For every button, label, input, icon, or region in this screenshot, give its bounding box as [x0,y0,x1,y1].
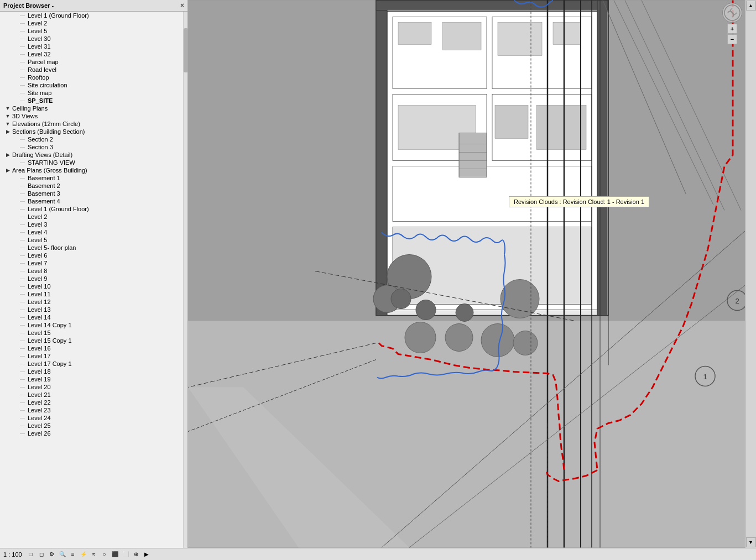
tree-item-area-level2[interactable]: —Level 2 [0,213,183,221]
tree-item-level32[interactable]: —Level 32 [0,50,183,58]
expand-icon-area-level20[interactable] [13,384,20,390]
expand-icon-section2[interactable] [13,136,20,143]
expand-icon-area-level13[interactable] [13,306,20,313]
tree-item-area-level6[interactable]: —Level 6 [0,252,183,259]
tree-item-area-level5[interactable]: —Level 5 [0,236,183,244]
tree-item-3d-views[interactable]: ▼3D Views [0,112,183,120]
tree-item-area-level15[interactable]: —Level 15 [0,329,183,337]
tree-item-area-level4[interactable]: —Level 4 [0,228,183,236]
tree-item-area-level5-fp[interactable]: —Level 5- floor plan [0,244,183,252]
expand-icon-area-level23[interactable] [13,407,20,414]
status-icon-add[interactable]: ⊕ [132,550,140,559]
tree-item-area-level8[interactable]: —Level 8 [0,267,183,275]
sidebar-scrollbar[interactable] [183,12,187,548]
expand-icon-area-level6[interactable] [13,252,20,259]
tree-item-sections[interactable]: ▶Sections (Building Section) [0,128,183,135]
expand-icon-sp-site[interactable] [13,97,20,104]
status-icon-circle[interactable]: ○ [100,550,109,559]
expand-icon-area-level17-copy1[interactable] [13,360,20,367]
view-scrollbar[interactable]: ▲ ▼ [745,0,756,548]
tree-item-area-level22[interactable]: —Level 22 [0,399,183,406]
tree-item-site-circ[interactable]: —Site circulation [0,81,183,89]
expand-icon-area-level11[interactable] [13,291,20,297]
tree-item-area-level11[interactable]: —Level 11 [0,290,183,298]
tree-item-basement2[interactable]: —Basement 2 [0,182,183,190]
expand-icon-site-circ[interactable] [13,82,20,88]
expand-icon-area-level21[interactable] [13,391,20,398]
tree-item-area-level26[interactable]: —Level 26 [0,430,183,437]
zoom-in-button[interactable]: + [727,24,737,34]
expand-icon-area-level10[interactable] [13,283,20,290]
expand-icon-parcel-map[interactable] [13,59,20,65]
tree-item-area-level19[interactable]: —Level 19 [0,375,183,383]
expand-icon-area-level4[interactable] [13,229,20,235]
tree-item-ceiling-plans[interactable]: ▼Ceiling Plans [0,104,183,112]
expand-icon-area-level2[interactable] [13,213,20,220]
expand-icon-area-level22[interactable] [13,399,20,406]
tree-item-area-level9[interactable]: —Level 9 [0,275,183,282]
expand-icon-level30[interactable] [13,35,20,42]
expand-icon-area-level18[interactable] [13,368,20,375]
expand-icon-area-level14-copy1[interactable] [13,322,20,328]
expand-icon-rooftop[interactable] [13,74,20,81]
close-button[interactable]: × [180,2,184,9]
tree-item-elevations[interactable]: ▼Elevations (12mm Circle) [0,120,183,128]
tree-item-rooftop[interactable]: —Rooftop [0,74,183,81]
status-icon-search[interactable]: 🔍 [58,550,67,559]
expand-icon-area-level5[interactable] [13,237,20,243]
expand-icon-section3[interactable] [13,144,20,150]
expand-icon-level2[interactable] [13,20,20,27]
tree-item-level31[interactable]: —Level 31 [0,43,183,50]
expand-icon-ceiling-plans[interactable]: ▼ [4,105,11,112]
expand-icon-area-level3[interactable] [13,221,20,228]
expand-icon-area-level7[interactable] [13,260,20,266]
tree-item-area-level18[interactable]: —Level 18 [0,368,183,375]
expand-icon-road-level[interactable] [13,66,20,73]
tree-item-area-level16[interactable]: —Level 16 [0,344,183,352]
expand-icon-level32[interactable] [13,51,20,57]
tree-item-area-level13[interactable]: —Level 13 [0,306,183,313]
expand-icon-area-plans[interactable]: ▶ [4,167,11,174]
expand-icon-basement3[interactable] [13,190,20,197]
expand-icon-sections[interactable]: ▶ [4,128,11,135]
status-icon-settings[interactable]: ⚙ [48,550,56,559]
expand-icon-area-level5-fp[interactable] [13,244,20,251]
tree-item-level1-gf[interactable]: —Level 1 (Ground Floor) [0,12,183,19]
expand-icon-area-level15[interactable] [13,329,20,336]
expand-icon-starting-view[interactable] [13,159,20,166]
tree-item-area-level10[interactable]: —Level 10 [0,282,183,290]
status-icon-wave[interactable]: ≈ [90,550,98,559]
tree-item-site-map[interactable]: —Site map [0,89,183,97]
tree-item-basement1[interactable]: —Basement 1 [0,174,183,182]
tree-item-basement3[interactable]: —Basement 3 [0,190,183,197]
status-icon-rectangle[interactable]: □ [27,550,35,559]
expand-icon-level31[interactable] [13,43,20,50]
tree-item-area-level12[interactable]: —Level 12 [0,298,183,306]
expand-icon-area-level25[interactable] [13,422,20,429]
expand-icon-area-level24[interactable] [13,415,20,421]
tree-item-area-plans[interactable]: ▶Area Plans (Gross Building) [0,166,183,174]
tree-item-parcel-map[interactable]: —Parcel map [0,58,183,66]
tree-item-area-level24[interactable]: —Level 24 [0,414,183,422]
expand-icon-site-map[interactable] [13,90,20,96]
expand-icon-area-level12[interactable] [13,299,20,305]
tree-item-area-level7[interactable]: —Level 7 [0,259,183,267]
expand-icon-area-level1[interactable] [13,206,20,212]
expand-icon-area-level19[interactable] [13,376,20,383]
status-icon-fill[interactable]: ⬛ [111,550,119,559]
expand-icon-level1-gf[interactable] [13,12,20,19]
tree-item-area-level15-copy1[interactable]: —Level 15 Copy 1 [0,337,183,344]
scroll-down-button[interactable]: ▼ [746,537,756,547]
tree-item-area-level21[interactable]: —Level 21 [0,391,183,399]
tree-item-level2[interactable]: —Level 2 [0,19,183,27]
expand-icon-area-level17[interactable] [13,353,20,359]
expand-icon-drafting-views[interactable]: ▶ [4,151,11,158]
tree-item-road-level[interactable]: —Road level [0,66,183,74]
expand-icon-area-level26[interactable] [13,430,20,437]
status-icon-snap[interactable]: ⚡ [79,550,88,559]
tree-item-level5[interactable]: —Level 5 [0,27,183,35]
expand-icon-basement2[interactable] [13,182,20,189]
tree-item-section3[interactable]: —Section 3 [0,143,183,151]
tree-item-basement4[interactable]: —Basement 4 [0,197,183,205]
expand-icon-area-level15-copy1[interactable] [13,337,20,344]
